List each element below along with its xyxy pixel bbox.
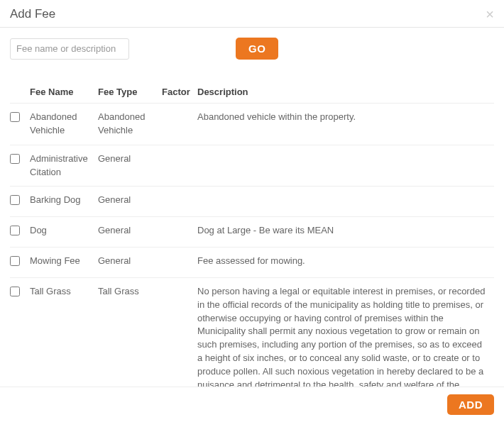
col-header-check — [10, 81, 30, 104]
cell-fee-type: Abandoned Vehichle — [98, 104, 162, 145]
cell-check — [10, 187, 30, 217]
cell-fee-name: Tall Grass — [30, 277, 98, 387]
col-header-fee-type: Fee Type — [98, 81, 162, 104]
cell-check — [10, 277, 30, 387]
cell-fee-name: Mowing Fee — [30, 248, 98, 278]
cell-factor — [162, 217, 197, 248]
cell-fee-type: General — [98, 145, 162, 187]
close-icon[interactable]: × — [486, 7, 494, 21]
cell-fee-name: Barking Dog — [30, 187, 98, 217]
cell-description — [197, 187, 494, 217]
col-header-description: Description — [197, 81, 494, 104]
row-checkbox[interactable] — [10, 287, 20, 296]
table-header-row: Fee Name Fee Type Factor Description — [10, 81, 494, 104]
cell-factor — [162, 187, 197, 217]
cell-fee-type: General — [98, 248, 162, 278]
cell-factor — [162, 277, 197, 387]
modal-title: Add Fee — [10, 7, 55, 21]
row-checkbox[interactable] — [10, 112, 20, 122]
row-checkbox[interactable] — [10, 256, 20, 266]
row-checkbox[interactable] — [10, 226, 20, 235]
table-row: Abandoned VehichleAbandoned VehichleAban… — [10, 104, 494, 145]
cell-description: Abandoned vehicle within the property. — [197, 104, 494, 145]
cell-description: Dog at Large - Be ware its MEAN — [197, 217, 494, 248]
modal-body-wrap: GO Fee Name Fee Type Factor Des — [0, 28, 504, 387]
cell-fee-name: Administrative Citation — [30, 145, 98, 187]
cell-fee-name: Dog — [30, 217, 98, 248]
col-header-fee-name: Fee Name — [30, 81, 98, 104]
table-row: Barking DogGeneral — [10, 187, 494, 217]
search-input[interactable] — [10, 38, 129, 60]
cell-factor — [162, 248, 197, 278]
cell-factor — [162, 104, 197, 145]
cell-fee-type: Tall Grass — [98, 277, 162, 387]
cell-check — [10, 248, 30, 278]
cell-description: Fee assessed for mowing. — [197, 248, 494, 278]
cell-check — [10, 145, 30, 187]
go-button[interactable]: GO — [236, 38, 278, 60]
cell-description: No person having a legal or equitable in… — [197, 277, 494, 387]
cell-check — [10, 217, 30, 248]
add-fee-modal: Add Fee × GO Fee Name — [0, 0, 504, 422]
search-row: GO — [10, 38, 494, 60]
modal-header: Add Fee × — [0, 0, 504, 28]
col-header-factor: Factor — [162, 81, 197, 104]
fee-table: Fee Name Fee Type Factor Description Aba… — [10, 81, 494, 387]
table-row: Administrative CitationGeneral — [10, 145, 494, 187]
cell-check — [10, 104, 30, 145]
add-button[interactable]: ADD — [447, 394, 494, 415]
table-row: Mowing FeeGeneralFee assessed for mowing… — [10, 248, 494, 278]
modal-footer: ADD — [0, 387, 504, 422]
row-checkbox[interactable] — [10, 154, 20, 164]
cell-factor — [162, 145, 197, 187]
cell-fee-type: General — [98, 187, 162, 217]
cell-fee-type: General — [98, 217, 162, 248]
modal-body[interactable]: GO Fee Name Fee Type Factor Des — [0, 28, 504, 387]
cell-fee-name: Abandoned Vehichle — [30, 104, 98, 145]
table-row: Tall GrassTall GrassNo person having a l… — [10, 277, 494, 387]
row-checkbox[interactable] — [10, 195, 20, 205]
table-row: DogGeneralDog at Large - Be ware its MEA… — [10, 217, 494, 248]
cell-description — [197, 145, 494, 187]
